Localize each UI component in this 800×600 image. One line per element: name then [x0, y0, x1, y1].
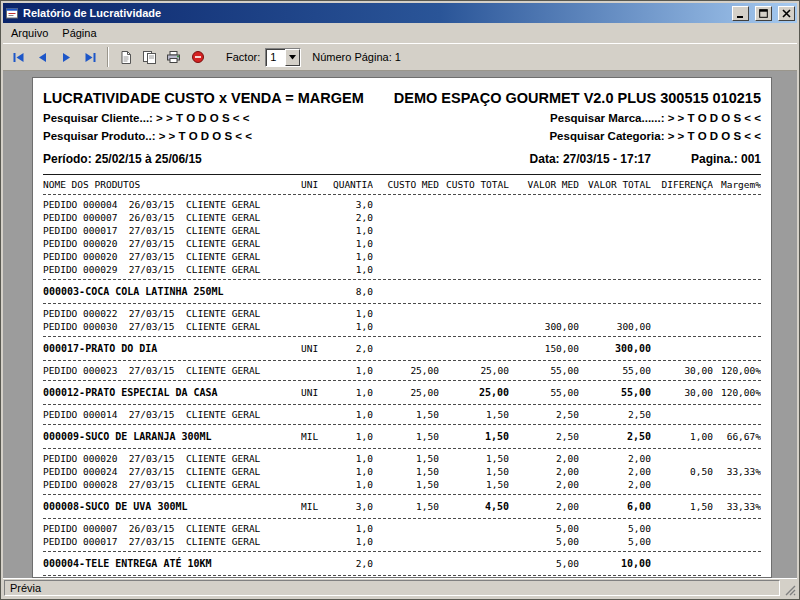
- cell-custo-med: [373, 224, 439, 237]
- order-detail-row: PEDIDO 000022 27/03/15 CLIENTE GERAL1,0: [43, 307, 761, 320]
- cell-produto: PEDIDO 000007 26/03/15 CLIENTE GERAL: [43, 522, 301, 535]
- print-button[interactable]: [162, 46, 185, 68]
- cell-custo-med: [373, 285, 439, 298]
- cell-valor-med: 2,50: [509, 408, 579, 421]
- title-bar[interactable]: Relatório de Lucratividade: [3, 3, 797, 23]
- resize-grip[interactable]: [782, 580, 796, 596]
- cell-produto: PEDIDO 000029 27/03/15 CLIENTE GERAL: [43, 263, 301, 276]
- cell-quantia: 3,0: [327, 198, 373, 211]
- cell-quantia: 1,0: [327, 250, 373, 263]
- first-page-button[interactable]: [7, 46, 30, 68]
- last-page-button[interactable]: [79, 46, 102, 68]
- cell-custo-total: [439, 320, 509, 333]
- order-detail-row: PEDIDO 000014 27/03/15 CLIENTE GERAL1,01…: [43, 408, 761, 421]
- cell-valor-med: [509, 224, 579, 237]
- cell-uni: MIL: [301, 500, 327, 513]
- report-datetime: Data: 27/03/15 - 17:17: [530, 152, 651, 166]
- cell-custo-total: [439, 535, 509, 548]
- cell-diferenca: [651, 522, 713, 535]
- next-page-button[interactable]: [55, 46, 78, 68]
- cell-produto: 000003-COCA COLA LATINHA 250ML: [43, 285, 301, 298]
- cell-produto: 000009-SUCO DE LARANJA 300ML: [43, 430, 301, 443]
- cell-custo-med: [373, 522, 439, 535]
- cell-uni: [301, 408, 327, 421]
- cell-margem: [713, 263, 761, 276]
- cell-diferenca: [651, 198, 713, 211]
- cell-margem: [713, 198, 761, 211]
- cell-diferenca: [651, 224, 713, 237]
- product-summary-row: 000017-PRATO DO DIAUNI2,0150,00300,00: [43, 340, 761, 357]
- minimize-button[interactable]: [732, 6, 749, 21]
- cell-custo-total: [439, 198, 509, 211]
- cell-quantia: 1,0: [327, 478, 373, 491]
- page-setup-button[interactable]: [114, 46, 137, 68]
- cell-margem: Margem%: [713, 178, 761, 191]
- product-summary-row: 000012-PRATO ESPECIAL DA CASAUNI1,025,00…: [43, 384, 761, 401]
- cell-margem: [713, 557, 761, 570]
- cell-produto: PEDIDO 000022 27/03/15 CLIENTE GERAL: [43, 307, 301, 320]
- maximize-button[interactable]: [755, 6, 772, 21]
- multi-page-view-button[interactable]: [138, 46, 161, 68]
- cell-custo-total: [439, 307, 509, 320]
- cell-custo-med: [373, 198, 439, 211]
- maximize-icon: [758, 8, 769, 19]
- cell-custo-total: CUSTO TOTAL: [439, 178, 509, 191]
- order-detail-row: PEDIDO 000030 27/03/15 CLIENTE GERAL1,03…: [43, 320, 761, 333]
- cell-custo-med: 1,50: [373, 408, 439, 421]
- cell-valor-total: 55,00: [579, 386, 651, 399]
- cell-quantia: 1,0: [327, 430, 373, 443]
- page-number-label: Número Página: 1: [312, 51, 401, 63]
- menu-pagina[interactable]: Página: [55, 24, 103, 42]
- report-title-left: LUCRATIVIDADE CUSTO x VENDA = MARGEM: [43, 90, 364, 106]
- dashed-separator: [43, 303, 761, 304]
- order-detail-row: PEDIDO 000007 26/03/15 CLIENTE GERAL1,05…: [43, 522, 761, 535]
- cell-diferenca: [651, 285, 713, 298]
- cell-produto: PEDIDO 000024 27/03/15 CLIENTE GERAL: [43, 465, 301, 478]
- cell-custo-total: [439, 263, 509, 276]
- cell-uni: [301, 237, 327, 250]
- report-table: NOME DOS PRODUTOSUNIQUANTIACUSTO MEDCUST…: [43, 178, 761, 576]
- cell-produto: PEDIDO 000014 27/03/15 CLIENTE GERAL: [43, 408, 301, 421]
- dashed-separator: [43, 404, 761, 405]
- close-preview-button[interactable]: [186, 46, 209, 68]
- cell-custo-total: [439, 250, 509, 263]
- cell-valor-total: 300,00: [579, 320, 651, 333]
- cell-diferenca: 0,50: [651, 465, 713, 478]
- cell-valor-total: VALOR TOTAL: [579, 178, 651, 191]
- cell-quantia: 1,0: [327, 408, 373, 421]
- cell-uni: [301, 250, 327, 263]
- table-header-row: NOME DOS PRODUTOSUNIQUANTIACUSTO MEDCUST…: [43, 178, 761, 191]
- cell-valor-med: [509, 307, 579, 320]
- cell-valor-med: 2,00: [509, 465, 579, 478]
- chevron-down-icon[interactable]: [285, 49, 300, 66]
- status-bar: Prévia: [3, 578, 797, 597]
- cell-custo-total: [439, 224, 509, 237]
- dashed-separator: [43, 551, 761, 552]
- cell-quantia: 1,0: [327, 237, 373, 250]
- cell-custo-total: [439, 211, 509, 224]
- report-page: LUCRATIVIDADE CUSTO x VENDA = MARGEM DEM…: [32, 77, 772, 578]
- cell-diferenca: [651, 452, 713, 465]
- close-button[interactable]: [778, 6, 795, 21]
- factor-select[interactable]: 1: [265, 48, 301, 67]
- filter-categoria: Pesquisar Categoria: > > T O D O S < <: [549, 130, 761, 142]
- cell-valor-total: 300,00: [579, 342, 651, 355]
- cell-margem: [713, 522, 761, 535]
- cell-produto: PEDIDO 000028 27/03/15 CLIENTE GERAL: [43, 478, 301, 491]
- previous-page-button[interactable]: [31, 46, 54, 68]
- menu-arquivo[interactable]: Arquivo: [4, 24, 55, 42]
- dashed-separator: [43, 494, 761, 495]
- cell-produto: PEDIDO 000023 27/03/15 CLIENTE GERAL: [43, 364, 301, 377]
- cell-valor-med: [509, 250, 579, 263]
- pages-icon: [142, 50, 157, 65]
- cell-margem: [713, 224, 761, 237]
- cell-margem: [713, 535, 761, 548]
- cell-quantia: 1,0: [327, 465, 373, 478]
- cell-uni: UNI: [301, 342, 327, 355]
- cell-produto: PEDIDO 000007 26/03/15 CLIENTE GERAL: [43, 211, 301, 224]
- cell-uni: [301, 198, 327, 211]
- cell-quantia: 1,0: [327, 535, 373, 548]
- cell-valor-med: 150,00: [509, 342, 579, 355]
- cell-valor-med: 300,00: [509, 320, 579, 333]
- cell-uni: [301, 224, 327, 237]
